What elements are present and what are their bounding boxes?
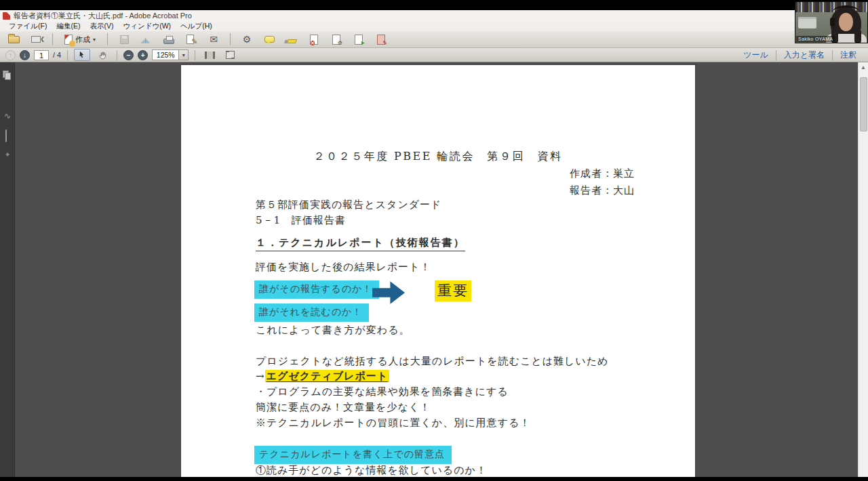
toolbar-separator: [230, 33, 231, 45]
page-delete-icon: ✕: [310, 35, 318, 45]
doc-question1-highlight: 誰がその報告するのか！: [254, 280, 379, 299]
print-button[interactable]: [161, 33, 177, 47]
highlighter-icon: [287, 39, 297, 43]
doc-arrow-prefix: →: [256, 370, 265, 382]
doc-author: 作成者：巣立: [570, 167, 635, 180]
web-capture-button[interactable]: [28, 33, 44, 47]
stamps-icon[interactable]: ✦: [3, 150, 12, 160]
main-toolbar: 作成 ▾ ☁ ↑ ✎ ✉ ⚙ ✕ ⚙ ➤: [0, 31, 868, 48]
printer-in-background: [798, 17, 816, 28]
doc-attention-heading-highlight: テクニカルレポートを書く上での留意点: [254, 446, 452, 464]
screen: 報告者資料①巣立氏・大山氏.pdf - Adobe Acrobat Pro ファ…: [0, 0, 868, 481]
zoom-level-control: 125% ▾: [152, 49, 189, 60]
menu-bar: ファイル(F) 編集(E) 表示(V) ウィンドウ(W) ヘルプ(H): [0, 22, 868, 31]
sign-document-button[interactable]: ✎: [373, 33, 389, 47]
doc-important-label: 重要: [435, 280, 471, 301]
headphones-earcup: [830, 18, 835, 26]
doc-bullet-program: ・プログラムの主要な結果や効果を箇条書きにする: [256, 385, 509, 398]
highlight-text-button[interactable]: [283, 33, 300, 47]
menu-view[interactable]: 表示(V): [85, 22, 118, 31]
zoom-out-button[interactable]: −: [123, 50, 134, 60]
doc-point-concise: 簡潔に要点のみ！文章量を少なく！: [256, 401, 431, 414]
scrollbar-thumb[interactable]: [860, 77, 867, 131]
fit-width-button[interactable]: [201, 49, 218, 61]
page-number-input[interactable]: 1: [34, 50, 49, 60]
create-pdf-icon: [64, 35, 73, 45]
next-page-button[interactable]: ↓: [20, 50, 30, 60]
participant-face: [839, 13, 853, 31]
envelope-icon: ✉: [210, 34, 218, 45]
toolbar-separator: [117, 50, 117, 60]
bookmarks-icon[interactable]: [3, 89, 12, 99]
toolbar-separator: [195, 50, 195, 60]
navigation-pane-strip: ∿ ✦: [0, 62, 15, 477]
bottom-letterbox-bar: [0, 477, 868, 481]
toolbar-separator: [52, 33, 53, 45]
upload-cloud-button[interactable]: ☁ ↑: [138, 33, 155, 47]
gear-icon: ⚙: [243, 34, 252, 45]
page-thumbnails-icon[interactable]: [3, 70, 12, 80]
add-comment-button[interactable]: [261, 33, 277, 47]
doc-note-placement: ※テクニカルレポートの冒頭に置くか、別に用意する！: [256, 417, 530, 430]
select-tool-button[interactable]: [74, 49, 90, 61]
up-arrow-icon: ↑: [9, 51, 12, 59]
create-pdf-button[interactable]: 作成 ▾: [61, 33, 99, 46]
doc-point1: ①読み手がどのような情報を欲しているのか！: [256, 464, 487, 477]
fit-page-button[interactable]: [222, 49, 238, 61]
create-pdf-label: 作成: [75, 35, 90, 45]
window-titlebar: 報告者資料①巣立氏・大山氏.pdf - Adobe Acrobat Pro: [0, 10, 868, 22]
export-page-button[interactable]: ➤: [351, 33, 367, 47]
zoom-dropdown-button[interactable]: ▾: [179, 49, 189, 60]
plus-icon: +: [141, 51, 145, 59]
vertical-scrollbar[interactable]: ▲: [858, 62, 868, 477]
hand-tool-button[interactable]: [94, 49, 111, 61]
page-sign-icon: ✎: [377, 35, 385, 45]
doc-meeting-title: ２０２５年度 PBEE 輪読会 第９回 資料: [181, 150, 695, 164]
fit-width-icon: [205, 51, 215, 59]
doc-question2-highlight: 誰がそれを読むのか！: [254, 304, 369, 322]
page-properties-button[interactable]: ⚙: [328, 33, 344, 47]
settings-button[interactable]: ⚙: [239, 33, 255, 47]
doc-executive-report-highlight: エグゼクティブレポート: [265, 370, 390, 382]
toolbar-separator: [107, 33, 108, 45]
doc-para-projects: プロジェクトなど統括する人は大量のレポートを読むことは難しいため: [256, 355, 608, 368]
doc-reporter: 報告者：大山: [570, 184, 635, 197]
fill-sign-panel-button[interactable]: 入力と署名: [776, 49, 832, 61]
page-gear-icon: ⚙: [332, 35, 340, 45]
page-export-icon: ➤: [355, 35, 363, 45]
zoom-in-button[interactable]: +: [138, 50, 148, 60]
email-button[interactable]: ✉: [205, 33, 222, 47]
acrobat-app-icon: [3, 12, 10, 20]
page-count-label: / 4: [53, 51, 61, 59]
menu-window[interactable]: ウィンドウ(W): [118, 22, 176, 31]
menu-edit[interactable]: 編集(E): [52, 22, 85, 31]
save-button[interactable]: [116, 33, 132, 47]
doc-executive-line: →エグゼクティブレポート: [256, 370, 389, 383]
down-arrow-icon: ↓: [23, 51, 26, 59]
webcam-video-tile: Sakiko OYAMA: [795, 1, 868, 43]
scroll-up-arrow-icon[interactable]: ▲: [859, 63, 868, 72]
previous-page-button[interactable]: ↑: [5, 50, 16, 60]
signatures-icon[interactable]: ∿: [3, 111, 12, 121]
pdf-page[interactable]: ２０２５年度 PBEE 輪読会 第９回 資料 作成者：巣立 報告者：大山 第５部…: [181, 65, 695, 477]
menu-help[interactable]: ヘルプ(H): [176, 22, 217, 31]
edit-page-icon: ✎: [186, 34, 197, 45]
printer-icon: [163, 39, 174, 44]
task-panel-buttons: ツール 入力と署名 注釈: [736, 48, 864, 62]
save-icon: [120, 35, 129, 44]
minus-icon: −: [127, 51, 131, 59]
comment-panel-button[interactable]: 注釈: [833, 49, 864, 61]
menu-file[interactable]: ファイル(F): [4, 22, 52, 31]
open-file-button[interactable]: [5, 33, 22, 47]
zoom-level-input[interactable]: 125%: [152, 49, 179, 60]
cloud-upload-icon: ☁ ↑: [140, 34, 153, 45]
tools-panel-button[interactable]: ツール: [736, 49, 776, 61]
delete-pages-button[interactable]: ✕: [306, 33, 322, 47]
participant-name-label: Sakiko OYAMA: [796, 36, 835, 42]
doc-part-heading: 第５部評価実践の報告とスタンダード: [256, 198, 441, 211]
window-title: 報告者資料①巣立氏・大山氏.pdf - Adobe Acrobat Pro: [14, 11, 192, 21]
attachments-paperclip-icon[interactable]: [3, 130, 12, 140]
comment-bubble-icon: [264, 36, 275, 43]
folder-open-icon: [8, 36, 20, 43]
edit-document-button[interactable]: ✎: [183, 33, 199, 47]
